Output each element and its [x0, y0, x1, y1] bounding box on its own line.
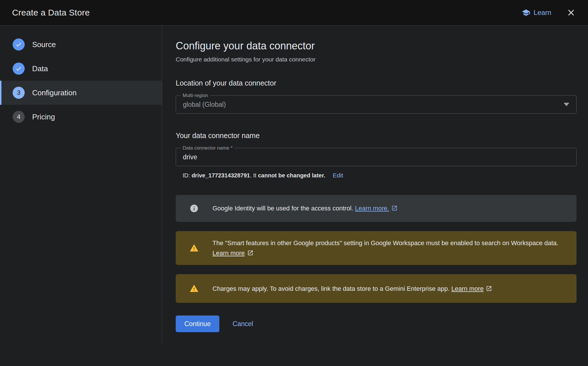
connector-id-helper: ID: drive_1772314328791. It cannot be ch… — [176, 172, 577, 179]
configuration-panel: Configure your data connector Configure … — [176, 26, 577, 332]
check-icon — [15, 41, 22, 48]
chevron-down-icon — [564, 103, 569, 106]
learn-label: Learn — [534, 9, 551, 17]
info-text: Google Identity will be used for the acc… — [212, 205, 355, 212]
step-label: Source — [32, 40, 56, 49]
step-source[interactable]: Source — [0, 32, 162, 57]
workspace-learn-more-link[interactable]: Learn more — [212, 249, 245, 257]
graduation-cap-icon — [522, 8, 530, 17]
warning-text: The "Smart features in other Google prod… — [212, 239, 558, 247]
warning-icon — [189, 284, 199, 293]
open-in-new-icon — [247, 250, 254, 256]
charges-learn-more-link[interactable]: Learn more — [451, 285, 484, 292]
info-icon — [189, 204, 199, 213]
step-number-circle: 4 — [13, 111, 25, 123]
dialog-header: Create a Data Store Learn — [0, 0, 588, 26]
warning-icon — [189, 243, 199, 253]
edit-id-link[interactable]: Edit — [333, 172, 343, 179]
page-subtitle: Configure additional settings for your d… — [176, 56, 577, 63]
close-icon — [566, 8, 576, 18]
helper-prefix: ID: — [183, 172, 192, 179]
multi-region-select: Multi-region global (Global) — [176, 95, 577, 114]
connector-name-input[interactable] — [176, 148, 576, 166]
open-in-new-icon — [486, 285, 492, 292]
warning-banner-workspace: The "Smart features in other Google prod… — [176, 231, 577, 265]
multi-region-value: global (Global) — [176, 101, 233, 109]
connector-id-value: drive_1772314328791 — [192, 172, 250, 179]
location-heading: Location of your data connector — [176, 79, 577, 87]
close-button[interactable] — [566, 8, 576, 18]
connector-name-label: Data connector name * — [181, 145, 235, 151]
info-banner: Google Identity will be used for the acc… — [176, 195, 577, 222]
active-step-indicator — [0, 81, 1, 105]
continue-button[interactable]: Continue — [176, 315, 219, 332]
learn-link[interactable]: Learn — [522, 8, 551, 17]
warning-banner-text: The "Smart features in other Google prod… — [212, 238, 566, 258]
step-configuration[interactable]: 3 Configuration — [0, 81, 162, 105]
page-title: Configure your data connector — [176, 40, 577, 52]
step-pricing[interactable]: 4 Pricing — [0, 105, 162, 129]
step-data[interactable]: Data — [0, 57, 162, 81]
header-actions: Learn — [522, 8, 576, 18]
cancel-button[interactable]: Cancel — [233, 320, 253, 328]
step-label: Pricing — [32, 113, 55, 121]
warning-banner-charges: Charges may apply. To avoid charges, lin… — [176, 274, 577, 303]
stepper-sidebar: Source Data 3 Configuration 4 Pricing — [0, 26, 162, 344]
step-completed-circle — [13, 38, 25, 51]
warning-banner-text: Charges may apply. To avoid charges, lin… — [212, 284, 492, 294]
step-completed-circle — [13, 63, 25, 75]
info-learn-more-link[interactable]: Learn more. — [355, 205, 389, 212]
connector-name-field: Data connector name * — [176, 148, 577, 166]
info-banner-text: Google Identity will be used for the acc… — [212, 203, 398, 213]
multi-region-label: Multi-region — [181, 92, 210, 98]
step-label: Data — [32, 64, 48, 73]
warning-text: Charges may apply. To avoid charges, lin… — [212, 285, 451, 292]
dialog-title: Create a Data Store — [12, 8, 90, 18]
open-in-new-icon — [391, 205, 398, 211]
name-heading: Your data connector name — [176, 131, 577, 140]
check-icon — [15, 65, 22, 72]
helper-middle: . It — [250, 172, 258, 179]
step-number-circle: 3 — [13, 87, 25, 99]
helper-emphasis: cannot be changed later. — [258, 172, 325, 179]
step-label: Configuration — [32, 88, 77, 97]
dialog-actions: Continue Cancel — [176, 315, 577, 332]
